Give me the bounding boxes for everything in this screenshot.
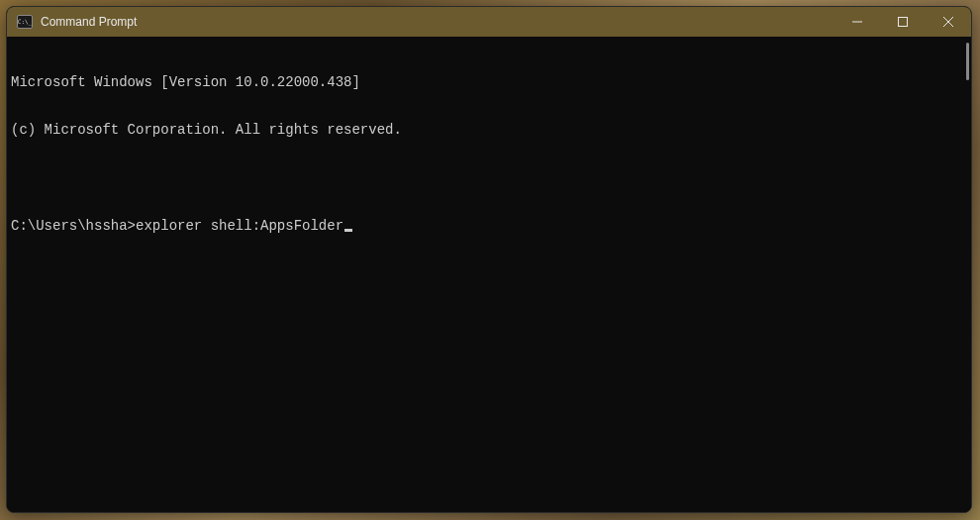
copyright-line: (c) Microsoft Corporation. All rights re… [11,122,967,138]
command-text: explorer shell:AppsFolder [136,218,343,234]
window-title: Command Prompt [41,15,834,29]
window-controls [834,7,971,37]
terminal-area[interactable]: Microsoft Windows [Version 10.0.22000.43… [7,37,971,512]
header-line: Microsoft Windows [Version 10.0.22000.43… [11,74,967,90]
prompt-text: C:\Users\hssha> [11,218,136,234]
minimize-icon [852,17,862,27]
close-button[interactable] [926,7,971,37]
maximize-button[interactable] [880,7,926,37]
blank-line [11,170,967,186]
scrollbar-thumb[interactable] [966,43,969,80]
prompt-row: C:\Users\hssha>explorer shell:AppsFolder [11,218,967,234]
titlebar[interactable]: Command Prompt [7,7,971,37]
command-prompt-window: Command Prompt Microsoft Windows [Versio… [6,6,972,513]
app-icon [17,15,33,29]
cursor [344,229,352,232]
minimize-button[interactable] [834,7,880,37]
svg-rect-1 [899,18,908,27]
close-icon [943,17,953,27]
maximize-icon [898,17,908,27]
